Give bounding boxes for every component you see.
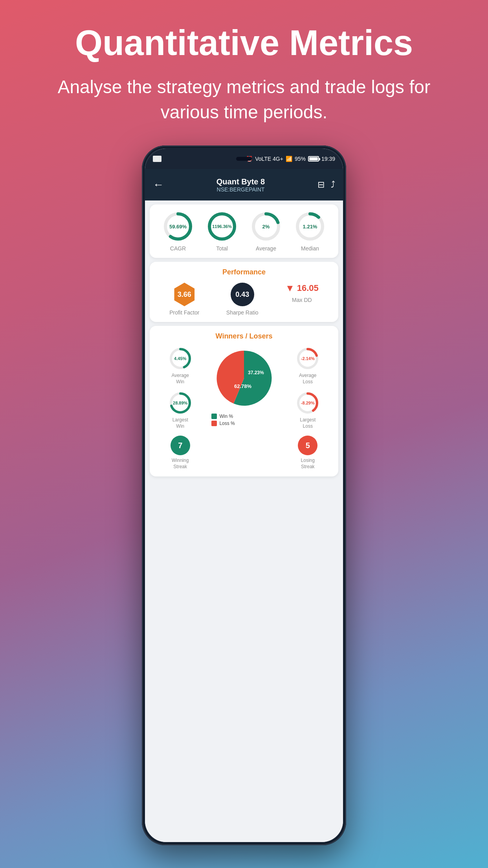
avg-loss-label: AverageLoss bbox=[299, 373, 316, 385]
losing-streak-circle: 5 bbox=[298, 436, 317, 455]
largest-loss-label: LargestLoss bbox=[300, 417, 316, 429]
page-title: Quantitative Metrics bbox=[31, 24, 457, 63]
status-bar: ⏰ VoLTE 4G+ 📶 95% 19:39 bbox=[145, 149, 343, 169]
pie-chart: 62.78% 37.23% bbox=[213, 347, 275, 410]
app-title-main: Quant Byte 8 bbox=[216, 177, 265, 186]
avg-chart: 2% bbox=[250, 211, 282, 242]
win-legend-label: Win % bbox=[219, 414, 233, 419]
profit-factor-badge: 3.66 bbox=[172, 283, 196, 306]
header-area: Quantitative Metrics Analyse the strateg… bbox=[0, 0, 488, 141]
win-legend-color bbox=[211, 414, 217, 419]
winning-streak-label: WinningStreak bbox=[172, 458, 189, 470]
largest-loss-ring: -8.29% bbox=[296, 391, 319, 415]
phone-inner: ⏰ VoLTE 4G+ 📶 95% 19:39 ← Quant Byte 8 N… bbox=[145, 149, 343, 842]
winners-losers-card: Winners / Losers 4.45% bbox=[150, 326, 338, 476]
filter-icon[interactable]: ⊟ bbox=[317, 180, 325, 190]
svg-text:37.23%: 37.23% bbox=[248, 370, 264, 375]
phone-frame: ⏰ VoLTE 4G+ 📶 95% 19:39 ← Quant Byte 8 N… bbox=[142, 145, 346, 845]
wl-right-col: -2.14% AverageLoss -8.29% bbox=[284, 347, 332, 470]
winning-streak-item: 7 WinningStreak bbox=[171, 436, 190, 470]
app-header: ← Quant Byte 8 NSE:BERGEPAINT ⊟ ⤴ bbox=[145, 169, 343, 200]
performance-row: 3.66 Profit Factor 0.43 Sharpe Ratio ▼ bbox=[156, 283, 332, 316]
loss-legend-color bbox=[211, 421, 217, 426]
largest-win-label: LargestWin bbox=[172, 417, 188, 429]
page-subtitle: Analyse the strategy metrics and trade l… bbox=[31, 74, 457, 125]
avg-win-label: AverageWin bbox=[171, 373, 189, 385]
camera-notch bbox=[236, 157, 252, 161]
gallery-icon bbox=[153, 156, 161, 162]
cagr-item: 59.69% CAGR bbox=[162, 211, 194, 252]
wl-left-col: 4.45% AverageWin 28.89% bbox=[156, 347, 204, 470]
total-item: 1196.36% Total bbox=[206, 211, 238, 252]
avg-win-value: 4.45% bbox=[174, 356, 186, 361]
avg-win-item: 4.45% AverageWin bbox=[169, 347, 192, 385]
returns-row: 59.69% CAGR 1196.36% Tota bbox=[156, 211, 332, 252]
loss-legend-item: Loss % bbox=[211, 421, 235, 426]
max-dd-label: Max DD bbox=[292, 297, 312, 303]
avg-win-ring: 4.45% bbox=[169, 347, 192, 370]
app-title: Quant Byte 8 NSE:BERGEPAINT bbox=[216, 177, 265, 193]
pie-center-col: 62.78% 37.23% Win % Loss % bbox=[207, 347, 280, 426]
total-chart: 1196.36% bbox=[206, 211, 238, 242]
total-value: 1196.36% bbox=[212, 224, 232, 229]
losing-streak-item: 5 LosingStreak bbox=[298, 436, 317, 470]
share-icon[interactable]: ⤴ bbox=[331, 180, 335, 190]
median-chart: 1.21% bbox=[294, 211, 326, 242]
sharpe-ratio-badge: 0.43 bbox=[231, 283, 254, 306]
svg-text:62.78%: 62.78% bbox=[234, 383, 252, 389]
app-title-sub: NSE:BERGEPAINT bbox=[216, 186, 265, 193]
sharpe-ratio-item: 0.43 Sharpe Ratio bbox=[226, 283, 259, 316]
time-display: 19:39 bbox=[321, 156, 335, 162]
battery-pct: 95% bbox=[295, 156, 306, 162]
scroll-content: 59.69% CAGR 1196.36% Tota bbox=[145, 200, 343, 842]
max-dd-badge: ▼ 16.05 bbox=[285, 283, 319, 294]
avg-loss-value: -2.14% bbox=[301, 356, 315, 361]
network-info: VoLTE 4G+ bbox=[255, 156, 283, 162]
wl-title: Winners / Losers bbox=[156, 332, 332, 340]
avg-loss-item: -2.14% AverageLoss bbox=[296, 347, 319, 385]
largest-win-value: 28.89% bbox=[173, 401, 187, 405]
loss-legend-label: Loss % bbox=[219, 421, 235, 426]
profit-factor-label: Profit Factor bbox=[169, 309, 199, 316]
sharpe-ratio-label: Sharpe Ratio bbox=[226, 309, 259, 316]
largest-win-ring: 28.89% bbox=[169, 391, 192, 415]
median-value: 1.21% bbox=[303, 224, 317, 230]
header-icons: ⊟ ⤴ bbox=[317, 180, 335, 190]
returns-card: 59.69% CAGR 1196.36% Tota bbox=[150, 204, 338, 258]
profit-factor-item: 3.66 Profit Factor bbox=[169, 283, 199, 316]
performance-title: Performance bbox=[156, 268, 332, 276]
performance-card: Performance 3.66 Profit Factor 0.43 Shar… bbox=[150, 262, 338, 322]
pie-legend: Win % Loss % bbox=[207, 414, 235, 426]
cagr-label: CAGR bbox=[170, 245, 186, 252]
winning-streak-circle: 7 bbox=[171, 436, 190, 455]
back-button[interactable]: ← bbox=[153, 178, 164, 191]
largest-loss-item: -8.29% LargestLoss bbox=[296, 391, 319, 429]
max-dd-item: ▼ 16.05 Max DD bbox=[285, 283, 319, 303]
total-label: Total bbox=[216, 245, 228, 252]
win-legend-item: Win % bbox=[211, 414, 235, 419]
wl-grid: 4.45% AverageWin 28.89% bbox=[156, 347, 332, 470]
avg-label: Average bbox=[256, 245, 276, 252]
largest-win-item: 28.89% LargestWin bbox=[169, 391, 192, 429]
largest-loss-value: -8.29% bbox=[301, 401, 315, 405]
avg-value: 2% bbox=[262, 224, 270, 230]
battery-icon bbox=[308, 156, 319, 162]
median-label: Median bbox=[301, 245, 319, 252]
signal-icon: 📶 bbox=[286, 156, 292, 162]
avg-loss-ring: -2.14% bbox=[296, 347, 319, 370]
status-right-info: ⏰ VoLTE 4G+ 📶 95% 19:39 bbox=[246, 156, 335, 162]
status-left-icons bbox=[153, 156, 161, 162]
avg-item: 2% Average bbox=[250, 211, 282, 252]
cagr-chart: 59.69% bbox=[162, 211, 194, 242]
median-item: 1.21% Median bbox=[294, 211, 326, 252]
down-arrow-icon: ▼ bbox=[285, 283, 295, 294]
cagr-value: 59.69% bbox=[169, 224, 187, 230]
losing-streak-label: LosingStreak bbox=[301, 458, 315, 470]
